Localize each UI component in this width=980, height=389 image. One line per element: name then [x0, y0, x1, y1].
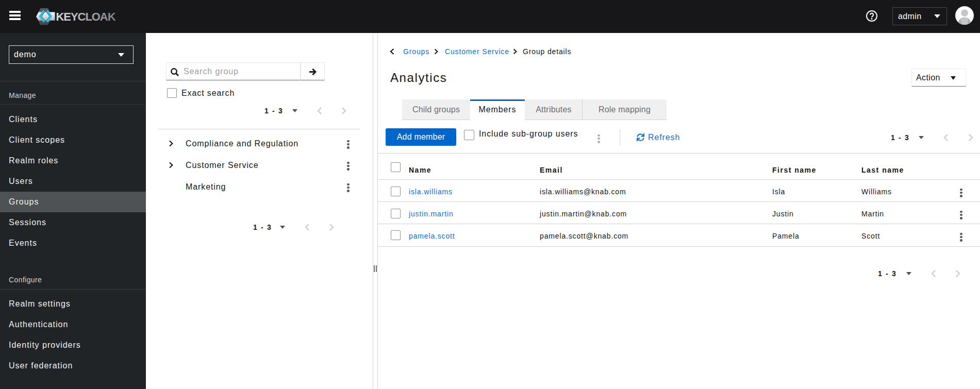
svg-text:KEYCLOAK: KEYCLOAK — [56, 10, 116, 23]
